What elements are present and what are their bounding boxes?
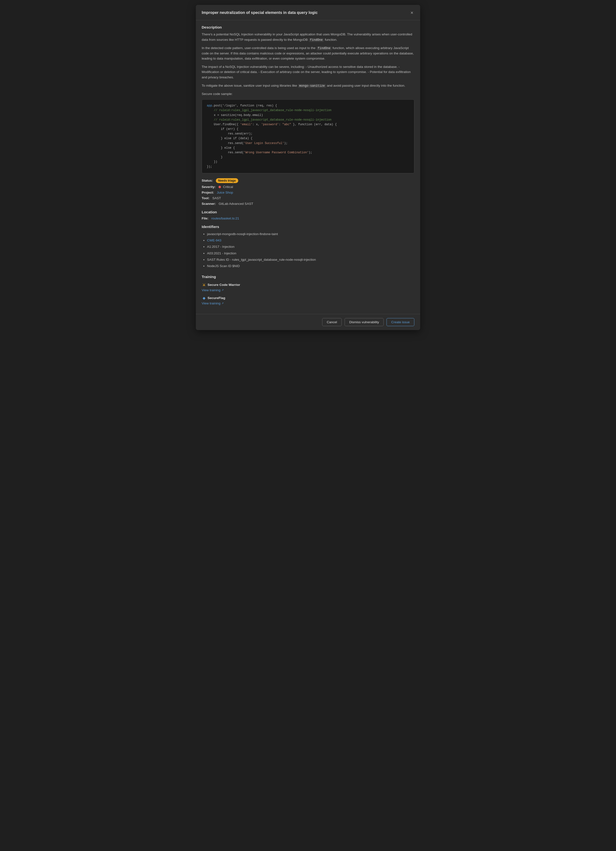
scw-view-training-link[interactable]: View training ↗	[202, 288, 223, 292]
list-item: CWE-943	[207, 238, 414, 244]
sf-name: SecureFlag	[208, 296, 225, 300]
list-item: javascript-mongodb-nosqli-injection-find…	[207, 231, 414, 237]
sf-view-training-link[interactable]: View training ↗	[202, 301, 223, 305]
file-row: File: routes/basket.ts:21	[202, 217, 414, 220]
severity-dot	[219, 186, 221, 188]
project-link[interactable]: Juice Shop	[217, 191, 233, 194]
cwe-link[interactable]: CWE-943	[207, 239, 222, 242]
identifier-text-4: A03:2021 - Injection	[207, 251, 236, 255]
training-item-scw: ⚔ Secure Code Warrior View training ↗	[202, 283, 414, 292]
scw-view-training-label: View training	[202, 288, 220, 292]
list-item: SAST Rules ID - rules_lgpl_javascript_da…	[207, 257, 414, 263]
findone-code-2: findOne	[316, 47, 332, 50]
tool-value: SAST	[213, 196, 221, 200]
sf-provider: ◆ SecureFlag	[202, 296, 414, 300]
scanner-row: Scanner: GitLab Advanced SAST	[202, 202, 414, 206]
external-link-icon-sf: ↗	[222, 302, 223, 305]
training-section: ⚔ Secure Code Warrior View training ↗ ◆ …	[202, 283, 414, 305]
identifier-text-1: javascript-mongodb-nosqli-injection-find…	[207, 232, 278, 236]
modal-body: Description There's a potential NoSQL In…	[196, 20, 420, 314]
list-item: NodeJS Scan ID $NID	[207, 263, 414, 269]
mongo-sanitize-code: mongo-sanitize	[298, 84, 326, 88]
description-para-1: There's a potential NoSQL Injection vuln…	[202, 32, 414, 42]
tool-label: Tool:	[202, 196, 210, 200]
sf-view-training-label: View training	[202, 301, 220, 305]
status-badge: Needs triage	[216, 178, 238, 183]
scw-provider: ⚔ Secure Code Warrior	[202, 283, 414, 287]
modal-header: Improper neutralization of special eleme…	[196, 5, 420, 20]
close-button[interactable]: ×	[409, 9, 414, 16]
dismiss-button[interactable]: Dismiss vulnerability	[345, 318, 384, 326]
scanner-label: Scanner:	[202, 202, 216, 206]
status-label: Status:	[202, 179, 213, 182]
file-link[interactable]: routes/basket.ts:21	[211, 217, 239, 220]
code-block: app.post('/login', function (req, res) {…	[202, 99, 414, 173]
file-label: File:	[202, 217, 208, 220]
tool-row: Tool: SAST	[202, 196, 414, 200]
create-issue-button[interactable]: Create issue	[387, 318, 414, 326]
severity-label: Severity:	[202, 185, 216, 189]
description-para-2: In the detected code pattern, user-contr…	[202, 45, 414, 61]
description-heading: Description	[202, 25, 414, 29]
scw-name: Secure Code Warrior	[208, 283, 240, 287]
modal-footer: Cancel Dismiss vulnerability Create issu…	[196, 314, 420, 330]
severity-value: Critical	[223, 185, 233, 189]
list-item: A03:2021 - Injection	[207, 251, 414, 256]
severity-row: Severity: Critical	[202, 185, 414, 189]
list-item: A1:2017 - Injection	[207, 244, 414, 250]
description-para-3: The impact of a NoSQL Injection vulnerab…	[202, 64, 414, 80]
external-link-icon-scw: ↗	[222, 289, 223, 292]
cancel-button[interactable]: Cancel	[322, 318, 342, 326]
identifiers-heading: Identifiers	[202, 225, 414, 229]
identifier-text-5: SAST Rules ID - rules_lgpl_javascript_da…	[207, 258, 316, 262]
identifiers-list: javascript-mongodb-nosqli-injection-find…	[202, 231, 414, 269]
identifier-text-6: NodeJS Scan ID $NID	[207, 264, 240, 268]
training-heading: Training	[202, 275, 414, 279]
description-para-4: To mitigate the above issue, sanitize us…	[202, 83, 414, 89]
status-row: Status: Needs triage	[202, 178, 414, 183]
project-label: Project:	[202, 191, 214, 194]
project-row: Project: Juice Shop	[202, 191, 414, 194]
location-heading: Location	[202, 210, 414, 214]
sf-icon: ◆	[202, 296, 206, 300]
scw-icon: ⚔	[202, 283, 206, 287]
scanner-value: GitLab Advanced SAST	[219, 202, 253, 206]
secure-code-label: Secure code sample:	[202, 91, 414, 97]
training-item-sf: ◆ SecureFlag View training ↗	[202, 296, 414, 305]
vulnerability-modal: Improper neutralization of special eleme…	[196, 5, 420, 330]
modal-title: Improper neutralization of special eleme…	[202, 11, 318, 15]
identifier-text-3: A1:2017 - Injection	[207, 245, 235, 248]
findone-code-1: findOne	[309, 38, 324, 42]
